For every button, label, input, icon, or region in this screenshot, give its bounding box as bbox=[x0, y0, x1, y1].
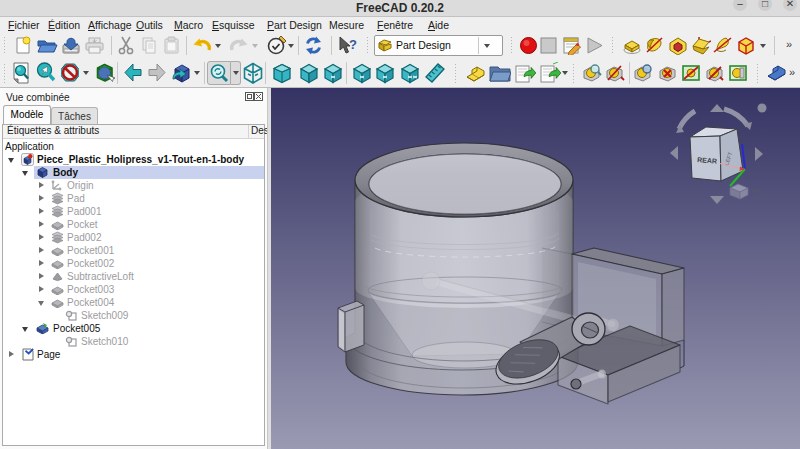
svg-text:?: ? bbox=[349, 37, 357, 52]
